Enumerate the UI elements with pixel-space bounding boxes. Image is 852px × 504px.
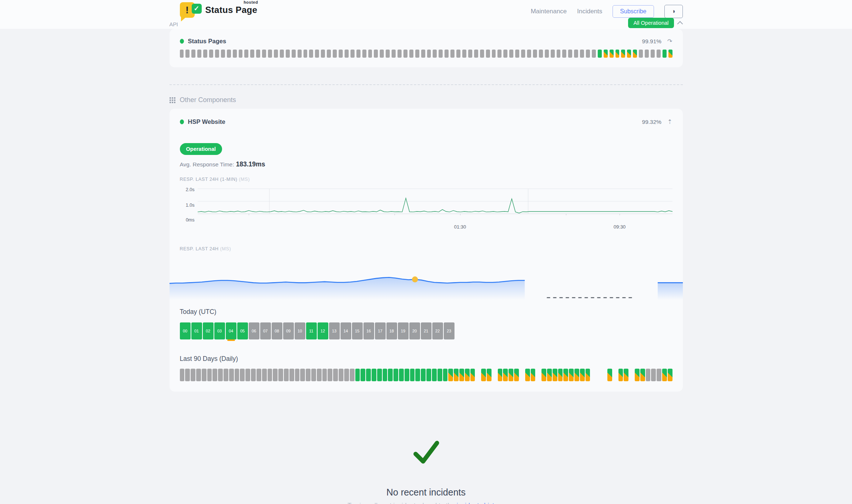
uptime-bar-up[interactable] <box>415 369 420 381</box>
subscribe-button[interactable]: Subscribe <box>613 5 654 18</box>
uptime-bar-mixed[interactable] <box>536 369 541 381</box>
uptime-bar-empty[interactable] <box>551 50 555 58</box>
hour-block-07[interactable]: 07 <box>260 322 271 339</box>
uptime-bar-empty[interactable] <box>256 369 261 381</box>
uptime-bar-empty[interactable] <box>521 50 525 58</box>
uptime-bar-empty[interactable] <box>191 369 195 381</box>
uptime-bar-empty[interactable] <box>445 50 449 58</box>
uptime-bar-empty[interactable] <box>306 369 311 381</box>
uptime-bar-empty[interactable] <box>233 50 237 58</box>
uptime-bar-up[interactable] <box>598 50 602 58</box>
uptime-bar-up[interactable] <box>355 369 360 381</box>
uptime-bar-empty[interactable] <box>427 50 431 58</box>
uptime-bar-empty[interactable] <box>268 50 272 58</box>
uptime-bar-mixed[interactable] <box>662 369 667 381</box>
hour-block-16[interactable]: 16 <box>363 322 374 339</box>
uptime-bar-empty[interactable] <box>350 369 355 381</box>
uptime-bar-empty[interactable] <box>300 369 305 381</box>
uptime-bar-empty[interactable] <box>207 369 212 381</box>
uptime-bar-mixed[interactable] <box>476 369 480 381</box>
uptime-bar-empty[interactable] <box>322 369 327 381</box>
uptime-bar-empty[interactable] <box>474 50 478 58</box>
uptime-bar-empty[interactable] <box>362 50 366 58</box>
uptime-bar-empty[interactable] <box>262 369 267 381</box>
uptime-bar-empty[interactable] <box>268 369 272 381</box>
uptime-bar-mixed[interactable] <box>454 369 459 381</box>
uptime-bar-empty[interactable] <box>224 369 228 381</box>
uptime-bar-empty[interactable] <box>421 50 425 58</box>
uptime-bar-empty[interactable] <box>333 50 337 58</box>
uptime-bar-empty[interactable] <box>251 369 256 381</box>
uptime-bar-mixed[interactable] <box>481 369 486 381</box>
uptime-bar-mixed[interactable] <box>615 50 620 58</box>
uptime-bar-empty[interactable] <box>202 369 207 381</box>
uptime-bar-empty[interactable] <box>250 50 254 58</box>
hour-block-11[interactable]: 11 <box>306 322 317 339</box>
uptime-bar-empty[interactable] <box>309 50 313 58</box>
uptime-bar-mixed[interactable] <box>613 369 618 381</box>
uptime-bar-empty[interactable] <box>321 50 325 58</box>
theme-toggle-button[interactable]: ◑ <box>664 5 683 18</box>
uptime-bar-empty[interactable] <box>203 50 207 58</box>
uptime-bar-mixed[interactable] <box>503 369 508 381</box>
uptime-bar-empty[interactable] <box>651 369 656 381</box>
uptime-bar-empty[interactable] <box>212 369 217 381</box>
uptime-bar-up[interactable] <box>405 369 409 381</box>
uptime-bar-empty[interactable] <box>403 50 407 58</box>
uptime-bar-empty[interactable] <box>415 50 419 58</box>
uptime-bar-empty[interactable] <box>278 369 283 381</box>
brand-logo[interactable]: ! ✓ Status Page hosted <box>180 2 258 18</box>
hour-block-20[interactable]: 20 <box>409 322 420 339</box>
uptime-bar-empty[interactable] <box>439 50 443 58</box>
uptime-bar-mixed[interactable] <box>470 369 475 381</box>
hour-block-12[interactable]: 12 <box>318 322 328 339</box>
hour-block-18[interactable]: 18 <box>386 322 397 339</box>
uptime-bar-mixed[interactable] <box>487 369 492 381</box>
uptime-bar-empty[interactable] <box>450 50 454 58</box>
uptime-bar-empty[interactable] <box>339 369 343 381</box>
uptime-bar-empty[interactable] <box>392 50 396 58</box>
uptime-bar-empty[interactable] <box>311 369 316 381</box>
uptime-bar-up[interactable] <box>360 369 365 381</box>
uptime-bar-mixed[interactable] <box>509 369 513 381</box>
uptime-bar-empty[interactable] <box>215 50 219 58</box>
hour-block-22[interactable]: 22 <box>432 322 443 339</box>
uptime-bar-mixed[interactable] <box>558 369 563 381</box>
uptime-bar-mixed[interactable] <box>569 369 574 381</box>
uptime-bar-mixed[interactable] <box>574 369 579 381</box>
uptime-bar-empty[interactable] <box>273 369 278 381</box>
uptime-bar-empty[interactable] <box>533 50 537 58</box>
uptime-bar-empty[interactable] <box>180 369 185 381</box>
uptime-bar-empty[interactable] <box>245 369 250 381</box>
hour-block-19[interactable]: 19 <box>398 322 409 339</box>
uptime-bar-empty[interactable] <box>339 50 343 58</box>
uptime-bar-empty[interactable] <box>586 50 590 58</box>
uptime-bar-up[interactable] <box>421 369 426 381</box>
uptime-bar-mixed[interactable] <box>459 369 464 381</box>
uptime-bar-empty[interactable] <box>574 50 578 58</box>
uptime-bar-empty[interactable] <box>509 50 513 58</box>
uptime-bar-empty[interactable] <box>328 369 332 381</box>
hour-block-05[interactable]: 05 <box>237 322 248 339</box>
uptime-bar-empty[interactable] <box>580 50 584 58</box>
uptime-bar-mixed[interactable] <box>621 50 625 58</box>
uptime-bar-empty[interactable] <box>651 50 655 58</box>
uptime-bar-empty[interactable] <box>657 50 661 58</box>
uptime-bar-mixed[interactable] <box>448 369 453 381</box>
uptime-bar-empty[interactable] <box>386 50 390 58</box>
hour-block-09[interactable]: 09 <box>283 322 294 339</box>
uptime-bar-mixed[interactable] <box>668 369 672 381</box>
uptime-bar-empty[interactable] <box>350 50 355 58</box>
uptime-bar-up[interactable] <box>383 369 388 381</box>
uptime-bar-empty[interactable] <box>468 50 472 58</box>
uptime-bar-mixed[interactable] <box>580 369 585 381</box>
uptime-bar-empty[interactable] <box>196 369 201 381</box>
uptime-bar-mixed[interactable] <box>553 369 557 381</box>
uptime-bar-empty[interactable] <box>284 369 289 381</box>
chevron-up-icon[interactable] <box>677 21 683 27</box>
uptime-bar-empty[interactable] <box>218 369 223 381</box>
uptime-bar-empty[interactable] <box>191 50 195 58</box>
uptime-bar-empty[interactable] <box>315 50 319 58</box>
hour-block-15[interactable]: 15 <box>352 322 363 339</box>
uptime-bar-empty[interactable] <box>240 369 245 381</box>
